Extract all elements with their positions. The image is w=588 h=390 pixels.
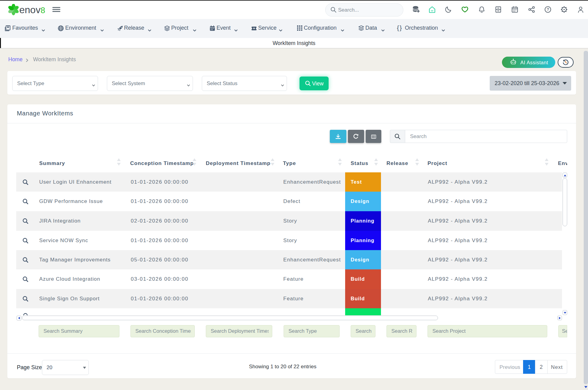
svg-text:?: ? [547, 7, 549, 12]
